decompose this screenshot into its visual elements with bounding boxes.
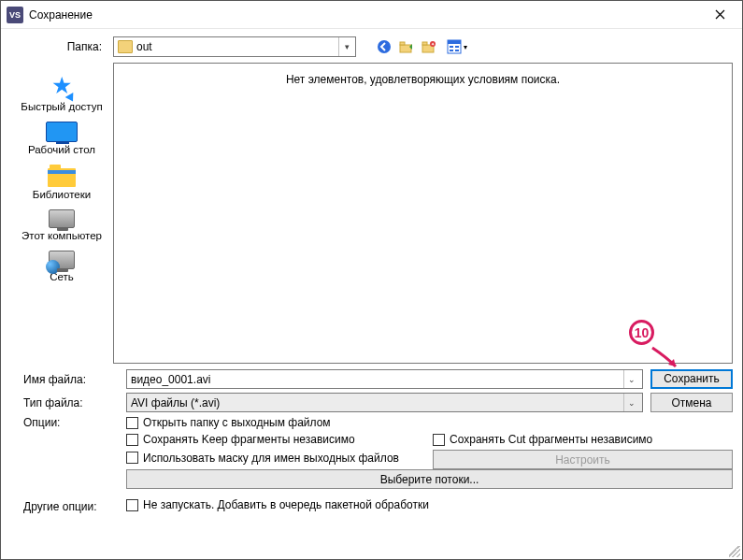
- svg-rect-2: [400, 42, 405, 45]
- svg-rect-11: [455, 46, 459, 48]
- window-title: Сохранение: [29, 8, 93, 22]
- svg-rect-1: [400, 45, 411, 52]
- app-icon: VS: [7, 7, 23, 23]
- folder-bar: Папка: out ▾ ✦ ▾: [1, 29, 742, 63]
- svg-rect-8: [448, 40, 461, 44]
- close-icon: [715, 9, 725, 20]
- chevron-down-icon: ▾: [338, 37, 355, 56]
- filename-input[interactable]: видео_0001.avi ⌄: [126, 369, 643, 389]
- back-button[interactable]: [375, 37, 393, 56]
- sidebar-item-label: Этот компьютер: [21, 230, 102, 241]
- up-button[interactable]: [397, 37, 416, 56]
- svg-rect-4: [422, 42, 427, 45]
- checkbox-label: Открыть папку с выходным файлом: [143, 416, 331, 429]
- checkbox-label: Не запускать. Добавить в очередь пакетно…: [143, 498, 429, 511]
- folder-toolbar: ✦ ▾: [375, 37, 472, 56]
- folder-value: out: [136, 40, 338, 53]
- empty-message: Нет элементов, удовлетворяющих условиям …: [286, 73, 560, 86]
- file-list[interactable]: Нет элементов, удовлетворяющих условиям …: [113, 63, 733, 364]
- filetype-dropdown[interactable]: AVI файлы (*.avi) ⌄: [126, 393, 643, 412]
- cancel-button[interactable]: Отмена: [650, 393, 733, 412]
- new-folder-icon: ✦: [422, 39, 436, 54]
- back-icon: [377, 39, 392, 54]
- svg-rect-10: [450, 50, 453, 51]
- sidebar-item-label: Рабочий стол: [28, 144, 95, 155]
- folder-icon: [118, 40, 133, 53]
- sidebar-item-label: Библиотеки: [33, 189, 91, 200]
- checkbox-open-folder[interactable]: Открыть папку с выходным файлом: [126, 416, 716, 429]
- sidebar-item-libraries[interactable]: Библиотеки: [33, 165, 91, 200]
- filetype-label: Тип файла:: [10, 396, 126, 409]
- checkbox-label: Сохранять Keep фрагменты независимо: [143, 433, 355, 446]
- places-sidebar: ★ Быстрый доступ Рабочий стол Библиотеки…: [10, 63, 113, 364]
- chevron-down-icon: ▾: [464, 43, 467, 51]
- libraries-icon: [48, 165, 76, 187]
- filename-label: Имя файла:: [10, 373, 126, 386]
- checkbox-icon: [126, 417, 138, 429]
- save-button[interactable]: Сохранить: [650, 369, 733, 389]
- view-menu-button[interactable]: ▾: [442, 37, 472, 56]
- sidebar-item-desktop[interactable]: Рабочий стол: [28, 122, 95, 155]
- folder-dropdown[interactable]: out ▾: [113, 36, 356, 57]
- checkbox-use-mask[interactable]: Использовать маску для имен выходных фай…: [126, 450, 416, 466]
- select-streams-button[interactable]: Выберите потоки...: [126, 469, 733, 489]
- sidebar-item-network[interactable]: Сеть: [49, 251, 75, 282]
- folder-label: Папка:: [10, 40, 107, 53]
- svg-point-0: [378, 40, 391, 53]
- svg-text:✦: ✦: [431, 41, 435, 47]
- view-icon: [447, 39, 462, 54]
- new-folder-button[interactable]: ✦: [420, 37, 438, 56]
- checkbox-icon: [126, 452, 138, 464]
- chevron-down-icon: ⌄: [623, 394, 638, 411]
- svg-rect-12: [455, 50, 459, 51]
- checkbox-icon: [126, 434, 138, 446]
- sidebar-item-this-pc[interactable]: Этот компьютер: [21, 209, 102, 241]
- form-area: Имя файла: видео_0001.avi ⌄ Сохранить Ти…: [1, 364, 742, 521]
- configure-button[interactable]: Настроить: [433, 450, 733, 469]
- checkbox-icon: [126, 499, 138, 511]
- resize-grip[interactable]: [729, 546, 740, 557]
- checkbox-label: Сохранять Cut фрагменты независимо: [450, 433, 652, 446]
- filetype-value: AVI файлы (*.avi): [131, 396, 623, 409]
- chevron-down-icon[interactable]: ⌄: [623, 370, 638, 388]
- checkbox-cut-fragments[interactable]: Сохранять Cut фрагменты независимо: [433, 433, 652, 446]
- other-options-label: Другие опции:: [10, 500, 126, 513]
- svg-rect-9: [450, 46, 453, 48]
- options-label: Опции:: [10, 416, 126, 429]
- computer-icon: [49, 209, 75, 228]
- desktop-icon: [46, 122, 78, 142]
- checkbox-batch-queue[interactable]: Не запускать. Добавить в очередь пакетно…: [126, 498, 716, 511]
- checkbox-icon: [433, 434, 445, 446]
- titlebar: VS Сохранение: [1, 1, 742, 29]
- close-button[interactable]: [701, 2, 738, 28]
- checkbox-keep-fragments[interactable]: Сохранять Keep фрагменты независимо: [126, 433, 416, 446]
- sidebar-item-quick-access[interactable]: ★ Быстрый доступ: [21, 72, 102, 112]
- sidebar-item-label: Быстрый доступ: [21, 101, 102, 112]
- folder-up-icon: [399, 39, 414, 54]
- star-icon: ★: [51, 72, 72, 99]
- network-icon: [49, 251, 75, 269]
- filename-value: видео_0001.avi: [131, 373, 623, 386]
- checkbox-label: Использовать маску для имен выходных фай…: [143, 452, 399, 465]
- main-row: ★ Быстрый доступ Рабочий стол Библиотеки…: [1, 63, 742, 364]
